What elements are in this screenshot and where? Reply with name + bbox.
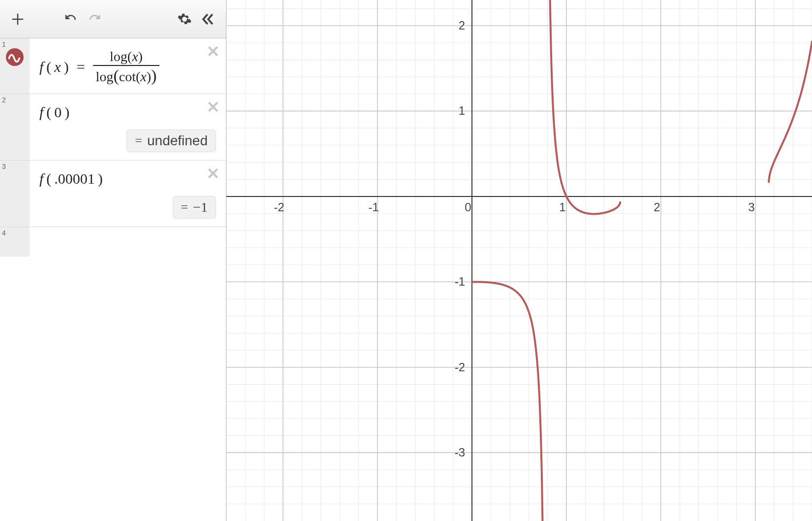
den-fn: log xyxy=(96,69,114,84)
fn-name: f xyxy=(39,104,43,121)
paren-close: ) xyxy=(98,170,103,187)
result-chip[interactable]: = undefined xyxy=(126,130,216,152)
row-number: 4 xyxy=(2,229,6,237)
fraction: log(x) log(cot(x)) xyxy=(93,48,160,86)
x-tick-label: 3 xyxy=(748,200,754,214)
x-tick-label: 0 xyxy=(465,200,471,214)
fn-arg: 0 xyxy=(54,104,62,121)
expression-body[interactable]: f ( .00001 ) = −1 xyxy=(30,161,226,227)
result-value: undefined xyxy=(147,133,208,149)
num-fn: log xyxy=(110,49,127,64)
x-tick-label: 2 xyxy=(654,200,660,214)
equals: = xyxy=(72,59,90,75)
equals-icon: = xyxy=(135,133,142,148)
expression-row[interactable]: 2 f ( 0 ) = undefined xyxy=(0,94,226,161)
expression-math: f ( .00001 ) xyxy=(39,170,216,187)
result-chip[interactable]: = −1 xyxy=(173,196,216,219)
expression-list: 1 f ( x ) = log(x) xyxy=(0,38,226,521)
delete-expression-button[interactable] xyxy=(205,165,221,181)
equals-icon: = xyxy=(181,200,188,215)
expression-panel: 1 f ( x ) = log(x) xyxy=(0,0,226,521)
paren-open: ( xyxy=(46,104,51,121)
row-number: 2 xyxy=(2,96,6,104)
wave-icon xyxy=(8,50,22,64)
y-tick-label: 1 xyxy=(459,104,465,117)
row-number: 3 xyxy=(2,163,6,170)
expression-row[interactable]: 1 f ( x ) = log(x) xyxy=(0,38,226,94)
expression-row-empty[interactable]: 4 xyxy=(0,227,226,257)
redo-button[interactable] xyxy=(83,7,106,31)
gear-icon xyxy=(177,12,192,27)
close-icon xyxy=(207,100,219,113)
expression-row[interactable]: 3 f ( .00001 ) = −1 xyxy=(0,161,226,227)
redo-icon xyxy=(87,12,102,27)
close-icon xyxy=(207,167,219,180)
fn-arg: .00001 xyxy=(54,170,95,187)
row-number: 1 xyxy=(2,40,6,48)
graph-canvas[interactable]: -2-10123-3-2-112 xyxy=(226,0,812,521)
y-tick-label: -2 xyxy=(455,360,465,374)
fn-name: f xyxy=(39,170,43,187)
delete-expression-button[interactable] xyxy=(205,99,221,115)
expression-gutter: 4 xyxy=(0,227,30,257)
expression-gutter: 3 xyxy=(0,161,30,227)
settings-button[interactable] xyxy=(173,7,196,31)
paren-close: ) xyxy=(64,104,69,121)
num-arg: x xyxy=(132,49,138,64)
expression-math: f ( 0 ) xyxy=(39,104,216,121)
result-value: −1 xyxy=(193,199,208,215)
x-tick-label: -2 xyxy=(274,200,284,214)
fn-arg: x xyxy=(54,59,61,75)
y-tick-label: 2 xyxy=(459,19,465,32)
y-tick-label: -3 xyxy=(455,446,465,459)
panel-toolbar xyxy=(0,0,226,38)
close-icon xyxy=(207,45,219,58)
plot-toggle-icon[interactable] xyxy=(6,48,24,66)
collapse-panel-button[interactable] xyxy=(196,7,220,31)
expression-body[interactable] xyxy=(30,227,226,257)
paren-open: ( xyxy=(46,59,51,75)
expression-body[interactable]: f ( x ) = log(x) log(cot(x)) xyxy=(30,38,226,94)
y-tick-label: -1 xyxy=(455,275,465,288)
plus-icon xyxy=(10,12,25,27)
delete-expression-button[interactable] xyxy=(205,43,221,59)
paren-close: ) xyxy=(64,59,69,75)
expression-body[interactable]: f ( 0 ) = undefined xyxy=(30,94,226,160)
x-tick-label: 1 xyxy=(559,200,565,214)
x-tick-label: -1 xyxy=(368,200,378,214)
fn-name: f xyxy=(39,59,43,75)
den-inner-arg: x xyxy=(140,69,146,84)
undo-button[interactable] xyxy=(59,7,83,31)
expression-math: f ( x ) = log(x) log(cot(x)) xyxy=(39,48,216,86)
undo-icon xyxy=(63,12,78,27)
graph-area[interactable]: -2-10123-3-2-112 xyxy=(226,0,812,521)
chevron-double-left-icon xyxy=(201,12,216,27)
expression-gutter: 1 xyxy=(0,38,30,94)
paren-open: ( xyxy=(46,170,51,187)
expression-gutter: 2 xyxy=(0,94,30,160)
den-inner-fn: cot xyxy=(119,69,136,84)
add-button[interactable] xyxy=(6,7,30,31)
